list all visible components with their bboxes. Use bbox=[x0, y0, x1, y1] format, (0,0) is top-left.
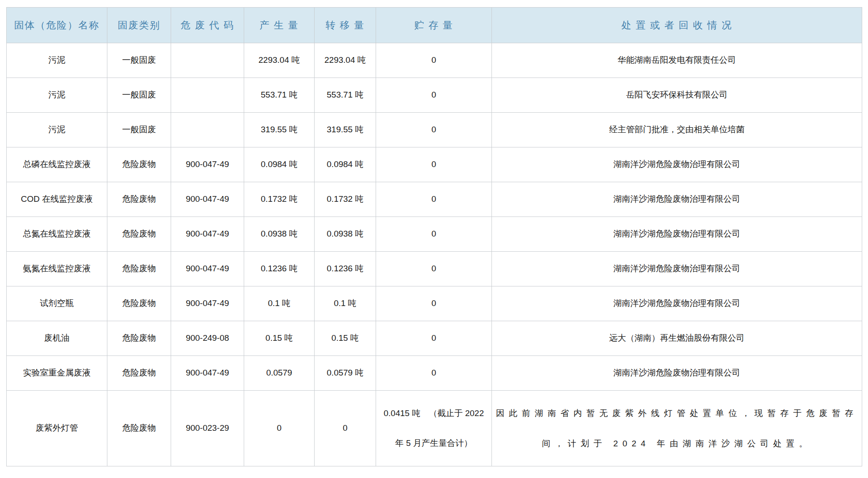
waste-table-header: 固体（危险）名称 固废类别 危 废 代 码 产 生 量 转 移 量 贮 存 量 … bbox=[7, 8, 862, 43]
table-cell-generated: 0.0984 吨 bbox=[244, 147, 315, 182]
table-cell-stored: 0 bbox=[376, 43, 492, 78]
table-cell-stored: 0 bbox=[376, 113, 492, 147]
table-cell-stored: 0 bbox=[376, 182, 492, 217]
table-row: 试剂空瓶危险废物900-047-490.1 吨0.1 吨0湖南洋沙湖危险废物治理… bbox=[7, 286, 862, 321]
table-cell-name: 废紫外灯管 bbox=[7, 391, 107, 466]
table-cell-code: 900-249-08 bbox=[171, 321, 244, 356]
table-cell-generated: 319.55 吨 bbox=[244, 113, 315, 147]
report-page: 固体（危险）名称 固废类别 危 废 代 码 产 生 量 转 移 量 贮 存 量 … bbox=[0, 7, 868, 478]
table-cell-transferred: 553.71 吨 bbox=[315, 78, 376, 113]
column-header-code: 危 废 代 码 bbox=[171, 8, 244, 43]
table-cell-stored: 0 bbox=[376, 147, 492, 182]
table-cell-code: 900-047-49 bbox=[171, 182, 244, 217]
table-row: 实验室重金属废液危险废物900-047-490.05790.0579 吨0湖南洋… bbox=[7, 356, 862, 391]
table-cell-name: 污泥 bbox=[7, 43, 107, 78]
table-cell-disposal: 岳阳飞安环保科技有限公司 bbox=[492, 78, 862, 113]
table-cell-generated: 0.0938 吨 bbox=[244, 217, 315, 252]
table-cell-transferred: 0.1732 吨 bbox=[315, 182, 376, 217]
table-row: 废机油危险废物900-249-080.15 吨0.15 吨0远大（湖南）再生燃油… bbox=[7, 321, 862, 356]
table-cell-generated: 0.1236 吨 bbox=[244, 252, 315, 286]
table-cell-disposal: 湖南洋沙湖危险废物治理有限公司 bbox=[492, 356, 862, 391]
table-cell-transferred: 0.0938 吨 bbox=[315, 217, 376, 252]
table-cell-transferred: 0.0984 吨 bbox=[315, 147, 376, 182]
table-row: 总氮在线监控废液危险废物900-047-490.0938 吨0.0938 吨0湖… bbox=[7, 217, 862, 252]
table-cell-transferred: 0.1 吨 bbox=[315, 286, 376, 321]
table-cell-transferred: 0 bbox=[315, 391, 376, 466]
table-cell-code: 900-047-49 bbox=[171, 286, 244, 321]
table-cell-generated: 2293.04 吨 bbox=[244, 43, 315, 78]
table-cell-generated: 0 bbox=[244, 391, 315, 466]
table-cell-code: 900-047-49 bbox=[171, 217, 244, 252]
table-cell-name: 总磷在线监控废液 bbox=[7, 147, 107, 182]
table-cell-stored: 0 bbox=[376, 78, 492, 113]
column-header-transferred: 转 移 量 bbox=[315, 8, 376, 43]
table-row: 氨氮在线监控废液危险废物900-047-490.1236 吨0.1236 吨0湖… bbox=[7, 252, 862, 286]
column-header-generated: 产 生 量 bbox=[244, 8, 315, 43]
table-cell-category: 一般固废 bbox=[107, 43, 171, 78]
table-cell-category: 危险废物 bbox=[107, 321, 171, 356]
table-cell-stored: 0 bbox=[376, 286, 492, 321]
table-cell-transferred: 2293.04 吨 bbox=[315, 43, 376, 78]
table-cell-generated: 0.15 吨 bbox=[244, 321, 315, 356]
table-cell-code bbox=[171, 78, 244, 113]
table-cell-stored: 0.0415 吨 （截止于 2022 年 5 月产生量合计） bbox=[376, 391, 492, 466]
table-cell-name: 总氮在线监控废液 bbox=[7, 217, 107, 252]
table-cell-generated: 553.71 吨 bbox=[244, 78, 315, 113]
column-header-category: 固废类别 bbox=[107, 8, 171, 43]
table-cell-name: 污泥 bbox=[7, 113, 107, 147]
table-row: 总磷在线监控废液危险废物900-047-490.0984 吨0.0984 吨0湖… bbox=[7, 147, 862, 182]
table-cell-code: 900-023-29 bbox=[171, 391, 244, 466]
table-cell-disposal: 湖南洋沙湖危险废物治理有限公司 bbox=[492, 147, 862, 182]
table-cell-transferred: 0.1236 吨 bbox=[315, 252, 376, 286]
table-cell-category: 危险废物 bbox=[107, 252, 171, 286]
table-cell-generated: 0.0579 bbox=[244, 356, 315, 391]
table-cell-category: 一般固废 bbox=[107, 78, 171, 113]
table-row: 污泥一般固废319.55 吨319.55 吨0经主管部门批准，交由相关单位培菌 bbox=[7, 113, 862, 147]
table-row: 废紫外灯管危险废物900-023-29000.0415 吨 （截止于 2022 … bbox=[7, 391, 862, 466]
table-cell-category: 危险废物 bbox=[107, 147, 171, 182]
table-cell-stored: 0 bbox=[376, 321, 492, 356]
table-cell-name: 污泥 bbox=[7, 78, 107, 113]
table-cell-generated: 0.1732 吨 bbox=[244, 182, 315, 217]
table-row: 污泥一般固废553.71 吨553.71 吨0岳阳飞安环保科技有限公司 bbox=[7, 78, 862, 113]
table-cell-stored: 0 bbox=[376, 217, 492, 252]
table-cell-transferred: 319.55 吨 bbox=[315, 113, 376, 147]
table-cell-name: 氨氮在线监控废液 bbox=[7, 252, 107, 286]
waste-table: 固体（危险）名称 固废类别 危 废 代 码 产 生 量 转 移 量 贮 存 量 … bbox=[6, 7, 862, 466]
table-cell-code bbox=[171, 43, 244, 78]
table-cell-transferred: 0.0579 吨 bbox=[315, 356, 376, 391]
table-cell-stored: 0 bbox=[376, 252, 492, 286]
table-cell-generated: 0.1 吨 bbox=[244, 286, 315, 321]
table-cell-name: 实验室重金属废液 bbox=[7, 356, 107, 391]
table-cell-disposal: 湖南洋沙湖危险废物治理有限公司 bbox=[492, 182, 862, 217]
table-cell-disposal: 因此前湖南省内暂无废紫外线灯管处置单位，现暂存于危废暂存间，计划于 2024 年… bbox=[492, 391, 862, 466]
table-cell-code: 900-047-49 bbox=[171, 252, 244, 286]
table-cell-category: 危险废物 bbox=[107, 217, 171, 252]
waste-table-body: 污泥一般固废2293.04 吨2293.04 吨0华能湖南岳阳发电有限责任公司污… bbox=[7, 43, 862, 466]
table-cell-code bbox=[171, 113, 244, 147]
table-cell-name: 试剂空瓶 bbox=[7, 286, 107, 321]
table-cell-category: 危险废物 bbox=[107, 356, 171, 391]
table-cell-name: 废机油 bbox=[7, 321, 107, 356]
table-cell-category: 危险废物 bbox=[107, 182, 171, 217]
table-cell-disposal: 湖南洋沙湖危险废物治理有限公司 bbox=[492, 286, 862, 321]
column-header-stored: 贮 存 量 bbox=[376, 8, 492, 43]
table-cell-code: 900-047-49 bbox=[171, 147, 244, 182]
table-row: COD 在线监控废液危险废物900-047-490.1732 吨0.1732 吨… bbox=[7, 182, 862, 217]
table-cell-disposal: 湖南洋沙湖危险废物治理有限公司 bbox=[492, 217, 862, 252]
column-header-name: 固体（危险）名称 bbox=[7, 8, 107, 43]
table-cell-disposal: 华能湖南岳阳发电有限责任公司 bbox=[492, 43, 862, 78]
table-row: 污泥一般固废2293.04 吨2293.04 吨0华能湖南岳阳发电有限责任公司 bbox=[7, 43, 862, 78]
column-header-disposal: 处 置 或 者 回 收 情 况 bbox=[492, 8, 862, 43]
table-cell-stored: 0 bbox=[376, 356, 492, 391]
table-cell-disposal: 湖南洋沙湖危险废物治理有限公司 bbox=[492, 252, 862, 286]
table-cell-code: 900-047-49 bbox=[171, 356, 244, 391]
table-cell-category: 一般固废 bbox=[107, 113, 171, 147]
table-cell-category: 危险废物 bbox=[107, 286, 171, 321]
table-cell-name: COD 在线监控废液 bbox=[7, 182, 107, 217]
table-cell-category: 危险废物 bbox=[107, 391, 171, 466]
header-row: 固体（危险）名称 固废类别 危 废 代 码 产 生 量 转 移 量 贮 存 量 … bbox=[7, 8, 862, 43]
table-cell-transferred: 0.15 吨 bbox=[315, 321, 376, 356]
table-cell-disposal: 经主管部门批准，交由相关单位培菌 bbox=[492, 113, 862, 147]
table-cell-disposal: 远大（湖南）再生燃油股份有限公司 bbox=[492, 321, 862, 356]
